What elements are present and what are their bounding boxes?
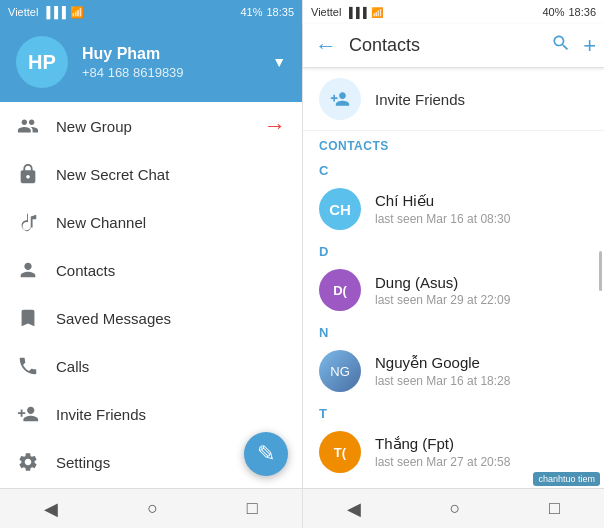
contact-avatar-chi-hieu: CH (319, 188, 361, 230)
contact-info-nguyen-google: Nguyễn Google last seen Mar 16 at 18:28 (375, 354, 588, 388)
contacts-list: CONTACTS C CH Chí Hiếu last seen Mar 16 … (303, 131, 604, 488)
contacts-toolbar: ← Contacts + (303, 24, 604, 68)
back-nav-button[interactable]: ◀ (44, 498, 58, 520)
back-button[interactable]: ← (311, 29, 341, 63)
menu-item-invite-friends[interactable]: Invite Friends (0, 390, 302, 438)
contact-name-chi-hieu: Chí Hiếu (375, 192, 588, 210)
contact-avatar-thang-fpt: T( (319, 431, 361, 473)
contact-row-dung-asus[interactable]: D( Dung (Asus) last seen Mar 29 at 22:09 (303, 261, 604, 319)
watermark: chanhtuo tiem (533, 472, 600, 486)
contact-seen-chi-hieu: last seen Mar 16 at 08:30 (375, 212, 588, 226)
menu-item-telegram-faq[interactable]: Telegram FAQ (0, 486, 302, 488)
menu-item-new-channel[interactable]: New Channel (0, 198, 302, 246)
contact-seen-thang-fpt: last seen Mar 27 at 20:58 (375, 455, 588, 469)
right-status-bar: Viettel ▐▐▐ 📶 40% 18:36 (303, 0, 604, 24)
left-wifi-icon: 📶 (70, 6, 84, 19)
right-recents-nav-button[interactable]: □ (549, 498, 560, 519)
scrollbar (599, 251, 602, 291)
contact-name-thang-fpt: Thắng (Fpt) (375, 435, 588, 453)
search-icon[interactable] (551, 33, 571, 59)
megaphone-icon (16, 210, 40, 234)
menu-item-contacts[interactable]: Contacts (0, 246, 302, 294)
recents-nav-button[interactable]: □ (247, 498, 258, 519)
left-battery: 41% (240, 6, 262, 18)
settings-icon (16, 450, 40, 474)
phone-icon (16, 354, 40, 378)
group-icon (16, 114, 40, 138)
contact-info-dung-asus: Dung (Asus) last seen Mar 29 at 22:09 (375, 274, 588, 307)
contact-seen-dung-asus: last seen Mar 29 at 22:09 (375, 293, 588, 307)
right-signal-icon: ▐▐▐ (345, 7, 366, 18)
contact-avatar-nguyen-google: NG (319, 350, 361, 392)
right-panel: Viettel ▐▐▐ 📶 40% 18:36 ← Contacts + Inv… (302, 0, 604, 528)
menu-item-new-group[interactable]: New Group → (0, 102, 302, 150)
contacts-icon (16, 258, 40, 282)
invite-icon (16, 402, 40, 426)
contact-info-thang-fpt: Thắng (Fpt) last seen Mar 27 at 20:58 (375, 435, 588, 469)
add-contact-icon[interactable]: + (583, 33, 596, 59)
contact-name-dung-asus: Dung (Asus) (375, 274, 588, 291)
group-letter-c: C (303, 157, 604, 180)
menu-label-calls: Calls (56, 358, 286, 375)
menu-label-contacts: Contacts (56, 262, 286, 279)
right-status-left: Viettel ▐▐▐ 📶 (311, 6, 383, 18)
left-carrier: Viettel (8, 6, 38, 18)
left-status-left: Viettel ▐▐▐ 📶 (8, 6, 84, 19)
invite-friends-icon (319, 78, 361, 120)
bottom-nav-right: ◀ ○ □ (303, 488, 604, 528)
menu-label-new-secret-chat: New Secret Chat (56, 166, 286, 183)
profile-info: Huy Pham +84 168 8619839 (82, 45, 258, 80)
menu-label-invite-friends: Invite Friends (56, 406, 286, 423)
bottom-nav-left: ◀ ○ □ (0, 488, 302, 528)
menu-item-new-secret-chat[interactable]: New Secret Chat (0, 150, 302, 198)
profile-header[interactable]: HP Huy Pham +84 168 8619839 ▼ (0, 24, 302, 102)
right-time: 18:36 (568, 6, 596, 18)
right-battery: 40% (542, 6, 564, 18)
contact-row-nguyen-google[interactable]: NG Nguyễn Google last seen Mar 16 at 18:… (303, 342, 604, 400)
group-letter-t: T (303, 400, 604, 423)
left-status-bar: Viettel ▐▐▐ 📶 41% 18:35 (0, 0, 302, 24)
toolbar-icons: + (551, 33, 596, 59)
red-arrow-icon: → (264, 113, 286, 139)
menu-label-saved-messages: Saved Messages (56, 310, 286, 327)
left-panel: Viettel ▐▐▐ 📶 41% 18:35 HP Huy Pham +84 … (0, 0, 302, 528)
compose-icon: ✎ (257, 441, 275, 467)
toolbar-title: Contacts (349, 35, 543, 56)
lock-icon (16, 162, 40, 186)
invite-friends-row[interactable]: Invite Friends (303, 68, 604, 131)
right-wifi-icon: 📶 (371, 7, 383, 18)
profile-name: Huy Pham (82, 45, 258, 63)
right-carrier: Viettel (311, 6, 341, 18)
bookmark-icon (16, 306, 40, 330)
avatar: HP (16, 36, 68, 88)
compose-fab[interactable]: ✎ (244, 432, 288, 476)
contact-info-chi-hieu: Chí Hiếu last seen Mar 16 at 08:30 (375, 192, 588, 226)
right-back-nav-button[interactable]: ◀ (347, 498, 361, 520)
left-signal-icon: ▐▐▐ (42, 6, 65, 18)
menu-item-saved-messages[interactable]: Saved Messages (0, 294, 302, 342)
contacts-section-label: CONTACTS (303, 131, 604, 157)
menu-label-new-channel: New Channel (56, 214, 286, 231)
menu-label-new-group: New Group (56, 118, 286, 135)
menu-list: New Group → New Secret Chat New Channel … (0, 102, 302, 488)
group-letter-d: D (303, 238, 604, 261)
contact-seen-nguyen-google: last seen Mar 16 at 18:28 (375, 374, 588, 388)
contact-name-nguyen-google: Nguyễn Google (375, 354, 588, 372)
menu-item-calls[interactable]: Calls (0, 342, 302, 390)
profile-dropdown-icon[interactable]: ▼ (272, 54, 286, 70)
invite-friends-label: Invite Friends (375, 91, 465, 108)
right-home-nav-button[interactable]: ○ (450, 498, 461, 519)
left-time: 18:35 (266, 6, 294, 18)
contact-row-chi-hieu[interactable]: CH Chí Hiếu last seen Mar 16 at 08:30 (303, 180, 604, 238)
right-status-right: 40% 18:36 (542, 6, 596, 18)
profile-phone: +84 168 8619839 (82, 65, 258, 80)
left-status-right: 41% 18:35 (240, 6, 294, 18)
home-nav-button[interactable]: ○ (147, 498, 158, 519)
contact-avatar-dung-asus: D( (319, 269, 361, 311)
group-letter-n: N (303, 319, 604, 342)
